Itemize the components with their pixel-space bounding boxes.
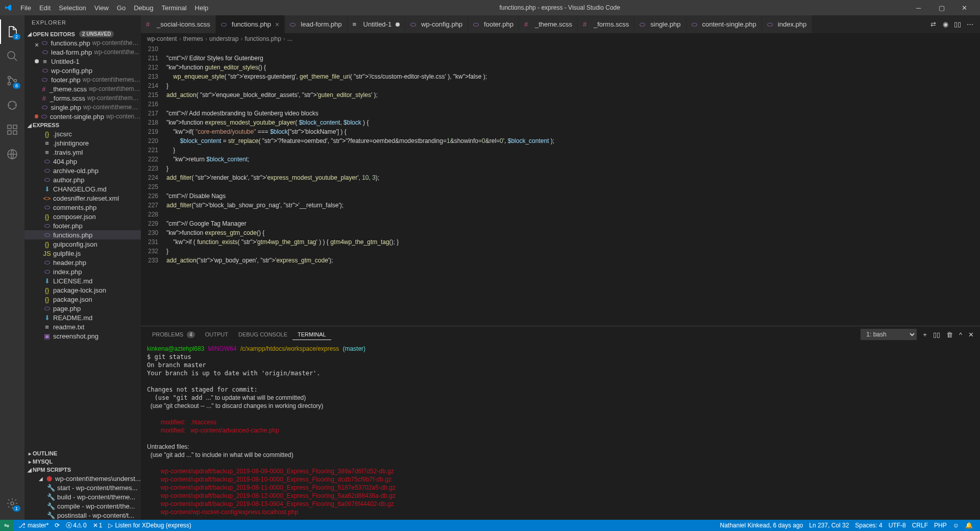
menu-debug[interactable]: Debug [130, 4, 157, 12]
minimize-button[interactable]: ─ [907, 0, 930, 15]
eol[interactable]: CRLF [909, 520, 931, 531]
file-item[interactable]: ⬭page.php [24, 304, 141, 313]
file-item[interactable]: ⬭author.php [24, 175, 141, 184]
search-icon[interactable] [0, 44, 24, 68]
editor-tab[interactable]: #_forms.scss [578, 15, 634, 33]
explorer-icon[interactable]: 2 [0, 19, 24, 44]
file-item[interactable]: ≡.travis.yml [24, 148, 141, 157]
maximize-panel-button[interactable]: ^ [959, 331, 962, 339]
open-editor-item[interactable]: ⬭single.phpwp-content\themes\... [24, 103, 141, 112]
file-item[interactable]: ⬭footer.php [24, 221, 141, 230]
editor-tab[interactable]: ⬭functions.php× [216, 15, 285, 33]
remote-icon[interactable] [0, 142, 24, 166]
open-editor-item[interactable]: ×⬭functions.phpwp-content\them... [24, 38, 141, 47]
editor-tab[interactable]: ⬭single.php [634, 15, 686, 33]
cursor-position[interactable]: Ln 237, Col 32 [806, 520, 852, 531]
mysql-header[interactable]: ▸ MYSQL [24, 457, 141, 466]
editor-tab[interactable]: ⬭wp-config.php [405, 15, 468, 33]
file-item[interactable]: <>codesniffer.ruleset.xml [24, 194, 141, 203]
file-item[interactable]: ⬭functions.php [24, 230, 141, 239]
more-actions-icon[interactable]: ⋯ [964, 18, 976, 31]
open-editor-item[interactable]: #_theme.scsswp-content\themes\... [24, 84, 141, 93]
open-changes-icon[interactable]: ◉ [939, 18, 951, 31]
encoding[interactable]: UTF-8 [886, 520, 909, 531]
menu-file[interactable]: File [16, 4, 35, 12]
compare-icon[interactable]: ⇄ [927, 18, 939, 31]
editor-tab[interactable]: #_social-icons.scss [141, 15, 216, 33]
debug-target[interactable]: ▷ Listen for XDebug (express) [105, 520, 194, 531]
editor[interactable]: 210 211 212 213 214 215 216 217 218 219 … [141, 44, 980, 326]
remote-indicator[interactable]: ⇋ [0, 520, 13, 531]
npm-folder[interactable]: ◢ ⬢ wp-content\themes\underst... [24, 474, 141, 483]
editor-tab[interactable]: ⬭content-single.php [687, 15, 762, 33]
problems-tab[interactable]: PROBLEMS 4 [147, 329, 200, 340]
file-item[interactable]: ⬭archive-old.php [24, 166, 141, 175]
close-button[interactable]: ✕ [953, 0, 976, 15]
editor-tab[interactable]: ⬭index.php [762, 15, 812, 33]
feedback-icon[interactable]: ☺ [950, 520, 962, 531]
minimap[interactable] [929, 44, 980, 326]
terminal-selector[interactable]: 1: bash [861, 329, 917, 340]
file-item[interactable]: ⬭index.php [24, 267, 141, 276]
terminal-content[interactable]: kinkena@aztehpl683 MINGW64 /c/xampp/htdo… [141, 343, 980, 520]
split-terminal-button[interactable]: ▯▯ [933, 331, 940, 339]
source-control-icon[interactable]: 8 [0, 68, 24, 93]
file-item[interactable]: ⬭comments.php [24, 203, 141, 212]
file-item[interactable]: {}composer.json [24, 212, 141, 221]
indentation[interactable]: Spaces: 4 [852, 520, 885, 531]
file-item[interactable]: {}.jscsrc [24, 129, 141, 138]
editor-tab[interactable]: ⬭footer.php [468, 15, 519, 33]
close-tab-icon[interactable]: × [275, 20, 279, 29]
open-editor-item[interactable]: ⬭lead-form.phpwp-content\the... [24, 47, 141, 57]
debug-console-tab[interactable]: DEBUG CONSOLE [233, 329, 292, 340]
npm-script-item[interactable]: 🔧compile - wp-content/the... [24, 501, 141, 511]
branch-indicator[interactable]: ⎇ master* [15, 520, 52, 531]
new-terminal-button[interactable]: + [923, 331, 927, 339]
language-mode[interactable]: PHP [931, 520, 950, 531]
breadcrumb-item[interactable]: functions.php [244, 35, 281, 42]
sync-button[interactable]: ⟳ [52, 520, 63, 531]
open-editor-item[interactable]: #_forms.scsswp-content\themes\... [24, 93, 141, 103]
open-editor-item[interactable]: ⬭wp-config.php [24, 66, 141, 75]
close-panel-button[interactable]: ✕ [968, 331, 974, 339]
file-item[interactable]: {}package-lock.json [24, 285, 141, 295]
output-tab[interactable]: OUTPUT [200, 329, 233, 340]
file-item[interactable]: ⬭404.php [24, 157, 141, 166]
file-item[interactable]: ≡.jshintignore [24, 138, 141, 148]
npm-script-item[interactable]: 🔧start - wp-content/themes... [24, 483, 141, 492]
menu-view[interactable]: View [90, 4, 113, 12]
editor-tab[interactable]: ≡Untitled-1 [348, 15, 406, 33]
extensions-icon[interactable] [0, 117, 24, 142]
project-header[interactable]: ◢ EXPRESS [24, 121, 141, 129]
editor-tab[interactable]: ⬭lead-form.php [285, 15, 347, 33]
file-item[interactable]: ⬇README.md [24, 313, 141, 322]
breadcrumbs[interactable]: wp-content›themes›understrap›functions.p… [141, 33, 980, 44]
kill-terminal-button[interactable]: 🗑 [946, 331, 953, 339]
breadcrumb-item[interactable]: understrap [209, 35, 238, 42]
breadcrumb-item[interactable]: wp-content [147, 35, 177, 42]
open-editor-item[interactable]: ⬭content-single.phpwp-content\t... [24, 112, 141, 121]
menu-go[interactable]: Go [113, 4, 130, 12]
outline-header[interactable]: ▸ OUTLINE [24, 449, 141, 457]
errors-indicator[interactable]: ⓧ 4 ⚠ 0 [63, 520, 89, 531]
other-indicator[interactable]: ✕ 1 [90, 520, 106, 531]
menu-edit[interactable]: Edit [35, 4, 55, 12]
file-item[interactable]: ≡readme.txt [24, 322, 141, 331]
file-item[interactable]: ⬇CHANGELOG.md [24, 184, 141, 194]
npm-script-item[interactable]: 🔧postinstall - wp-content/t... [24, 511, 141, 520]
git-blame[interactable]: Nathaniel Kinkead, 6 days ago [717, 520, 806, 531]
breadcrumb-item[interactable]: themes [183, 35, 203, 42]
file-item[interactable]: ⬇LICENSE.md [24, 276, 141, 285]
npm-header[interactable]: ◢ NPM SCRIPTS [24, 466, 141, 474]
notifications-icon[interactable]: 🔔 [962, 520, 976, 531]
open-editor-item[interactable]: ⬭footer.phpwp-content\themes\... [24, 75, 141, 84]
terminal-tab[interactable]: TERMINAL [292, 329, 331, 340]
npm-script-item[interactable]: 🔧build - wp-content/theme... [24, 492, 141, 501]
debug-icon[interactable] [0, 93, 24, 117]
menu-selection[interactable]: Selection [55, 4, 90, 12]
settings-icon[interactable]: 1 [0, 491, 24, 516]
file-item[interactable]: ▣screenshot.png [24, 331, 141, 341]
maximize-button[interactable]: ▢ [930, 0, 953, 15]
editor-tab[interactable]: #_theme.scss [519, 15, 578, 33]
split-editor-icon[interactable]: ▯▯ [951, 18, 964, 31]
